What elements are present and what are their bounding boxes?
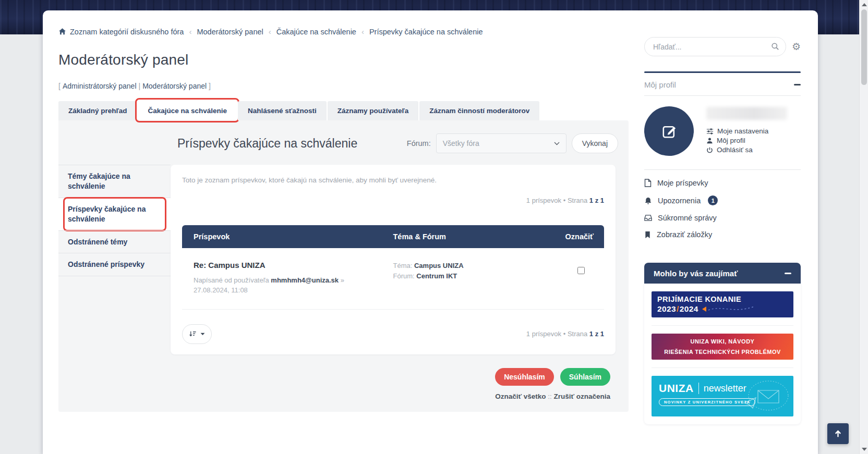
moderator-panel-link[interactable]: Moderátorský panel (142, 82, 207, 90)
newsletter-brand: UNIZA (659, 382, 694, 395)
profile-block: Moje nastavenia Môj profil Odhlásiť sa (644, 106, 801, 156)
subnav-deleted-topics[interactable]: Odstránené témy (58, 230, 171, 253)
approve-button[interactable]: Súhlasím (560, 368, 610, 386)
scrollbar-down-arrow[interactable] (862, 448, 867, 451)
wiki-banner[interactable]: UNIZA WIKI, NÁVODY RIEŠENIA TECHNICKÝCH … (652, 334, 793, 360)
browser-scrollbar[interactable] (859, 0, 868, 454)
tab-overview[interactable]: Základný prehľad (58, 101, 137, 120)
scrollbar-up-arrow[interactable] (862, 3, 867, 6)
profile-section-header: Môj profil (644, 80, 801, 89)
collapse-minus-icon[interactable] (785, 273, 791, 274)
mcp-tabs: Základný prehľad Čakajúce na schválenie … (58, 101, 629, 120)
queue-description: Toto je zoznam príspevkov, ktoré čakajú … (182, 176, 604, 184)
table-row: Re: Campus UNIZA Napísané od používateľa… (182, 248, 604, 309)
post-byline: Napísané od používateľa mhmhmh4@uniza.sk… (194, 276, 382, 296)
post-date: 27.08.2024, 11:08 (194, 286, 248, 294)
execute-button[interactable]: Vykonaj (572, 133, 618, 153)
collapse-minus-icon[interactable] (794, 84, 801, 85)
bookmarks-link[interactable]: Zobraziť záložky (644, 230, 801, 239)
panel-heading: Príspevky čakajúce na schválenie (177, 137, 357, 151)
topic-link[interactable]: Campus UNIZA (414, 262, 464, 269)
breadcrumb-separator: ‹ (361, 27, 364, 36)
approval-table: Príspevok Téma & Fórum Označiť Re: Campu… (182, 225, 604, 310)
pagination-top: 1 príspevok • Strana 1 z 1 (182, 197, 604, 204)
subnav-topics-queue[interactable]: Témy čakajúce na schválenie (58, 165, 171, 198)
tab-mod-logs[interactable]: Záznam činností moderátorov (419, 101, 539, 120)
post-title-link[interactable]: Re: Campus UNIZA (194, 261, 266, 269)
queue-content-card: Toto je zoznam príspevkov, ktoré čakajú … (171, 165, 616, 354)
search-input[interactable] (644, 37, 786, 56)
mark-checkbox[interactable] (577, 267, 585, 274)
page-number: 1 z 1 (589, 330, 604, 338)
sliders-icon (706, 128, 714, 135)
breadcrumb: Zoznam kategórií diskusného fóra ‹ Moder… (58, 27, 629, 36)
my-profile-link[interactable]: Môj profil (706, 137, 787, 144)
avatar[interactable] (644, 106, 694, 156)
envelope-plane-art (733, 378, 790, 414)
byline-prefix: Napísané od používateľa (194, 276, 269, 284)
tab-reports[interactable]: Nahlásené sťažnosti (238, 101, 327, 120)
logout-label: Odhlásiť sa (717, 146, 753, 154)
page-word: Strana (568, 197, 587, 204)
subnav-deleted-posts[interactable]: Odstránené príspevky (58, 253, 171, 276)
file-icon (644, 179, 652, 187)
disapprove-button[interactable]: Nesúhlasím (495, 368, 554, 386)
mark-all-link[interactable]: Označiť všetko (495, 392, 546, 400)
forum-select[interactable]: Všetky fóra (436, 133, 566, 153)
admissions-banner-line2: 2023/2024 (657, 304, 788, 314)
main-column: Zoznam kategórií diskusného fóra ‹ Moder… (58, 27, 629, 424)
panel-switch-links: [Administrátorský panel|Moderátorský pan… (58, 82, 629, 90)
bookmarks-label: Zobraziť záložky (657, 230, 712, 239)
bullet: • (563, 330, 566, 338)
private-messages-label: Súkromné správy (658, 214, 717, 222)
admissions-banner[interactable]: PRIJÍMACIE KONANIE 2023/2024 (652, 291, 793, 317)
newsletter-banner[interactable]: UNIZA newsletter NOVINKY Z UNIVERZITNÉHO… (652, 376, 793, 416)
private-messages-link[interactable]: Súkromné správy (644, 214, 801, 222)
separator: :: (548, 392, 552, 400)
mcp-subnav: Témy čakajúce na schválenie Príspevky ča… (58, 165, 171, 276)
breadcrumb-link-mcp[interactable]: Moderátorský panel (197, 28, 263, 36)
scrollbar-thumb[interactable] (861, 9, 867, 85)
tab-user-notes[interactable]: Záznamy používateľa (328, 101, 419, 120)
notifications-badge: 1 (708, 195, 718, 205)
dashed-curve-decoration (707, 304, 755, 314)
tab-queue-active[interactable]: Čakajúce na schválenie (138, 101, 237, 120)
column-header-post: Príspevok (182, 225, 382, 248)
gear-icon[interactable]: ⚙ (792, 42, 801, 52)
my-profile-label: Môj profil (717, 137, 745, 144)
admin-panel-link[interactable]: Administrátorský panel (63, 82, 137, 90)
search-icon[interactable] (771, 42, 779, 51)
bracket: ] (209, 82, 211, 90)
unmark-all-link[interactable]: Zrušiť označenia (554, 392, 611, 400)
my-settings-link[interactable]: Moje nastavenia (706, 127, 787, 135)
home-icon[interactable] (58, 28, 66, 35)
power-icon (706, 146, 713, 154)
post-count: 1 príspevok (526, 330, 561, 338)
topic-label: Téma: (393, 262, 413, 269)
search-row: ⚙ (644, 37, 801, 56)
sort-options-button[interactable] (182, 324, 212, 344)
forum-filter-label: Fórum: (407, 139, 431, 148)
column-header-topic-forum: Téma & Fórum (382, 225, 554, 248)
breadcrumb-link-forum-index[interactable]: Zoznam kategórií diskusného fóra (70, 28, 184, 36)
arrow-left-icon (702, 306, 706, 312)
bracket: [ (58, 82, 61, 90)
sidebar-divider-navy (644, 71, 801, 73)
my-posts-link[interactable]: Moje príspevky (644, 179, 801, 187)
subnav-posts-queue-active[interactable]: Príspevky čakajúce na schválenie (58, 198, 171, 230)
wiki-banner-line1: UNIZA WIKI, NÁVODY (691, 338, 755, 345)
scroll-to-top-button[interactable] (827, 423, 849, 444)
forum-line: Fórum: Centrum IKT (393, 271, 554, 281)
logout-link[interactable]: Odhlásiť sa (706, 146, 787, 154)
author-link[interactable]: mhmhmh4@uniza.sk (271, 276, 339, 284)
forum-link[interactable]: Centrum IKT (416, 272, 457, 280)
sort-amount-icon (189, 330, 197, 338)
page-title: Moderátorský panel (58, 52, 629, 68)
chevron-down-icon (554, 142, 560, 145)
breadcrumb-link-queue[interactable]: Čakajúce na schválenie (276, 28, 356, 36)
breadcrumb-separator: ‹ (269, 27, 271, 36)
interest-title: Mohlo by vás zaujímať (654, 269, 738, 278)
forum-select-value: Všetky fóra (443, 139, 479, 148)
notifications-link[interactable]: Upozornenia 1 (644, 195, 801, 205)
column-header-mark: Označiť (554, 225, 605, 248)
